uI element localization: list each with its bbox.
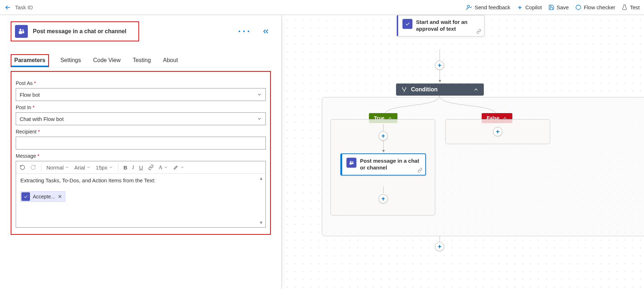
bold-button[interactable]: B [123, 164, 127, 171]
svg-rect-8 [350, 162, 352, 164]
tab-testing[interactable]: Testing [132, 54, 152, 67]
link-icon [476, 29, 481, 34]
action-title: Post message in a chat or channel [33, 28, 126, 35]
post-in-label: Post In * [16, 105, 266, 110]
top-bar: Task ID Send feedback Copilot Save Flow … [0, 0, 644, 15]
chevron-up-icon[interactable] [473, 87, 479, 92]
redo-icon [30, 164, 36, 170]
approval-card[interactable]: Start and wait for an approval of text [397, 15, 485, 36]
flow-checker-icon [575, 4, 582, 11]
approval-token-icon [21, 192, 30, 201]
teams-icon [346, 158, 356, 168]
svg-point-6 [350, 161, 351, 162]
breadcrumb: Task ID [15, 4, 33, 10]
back-button[interactable] [4, 4, 11, 11]
chevron-down-icon [86, 165, 91, 169]
parameters-form: Post As * Flow bot Post In * Chat with F… [11, 71, 271, 235]
test-label: Test [630, 4, 640, 10]
send-feedback-button[interactable]: Send feedback [466, 4, 510, 11]
post-as-label: Post As * [16, 80, 266, 86]
recipient-label: Recipient * [16, 129, 266, 135]
chevron-down-icon [164, 165, 168, 169]
recipient-input[interactable] [16, 137, 266, 149]
add-step-button[interactable]: + [435, 61, 444, 70]
style-dropdown[interactable]: Normal [46, 164, 69, 171]
condition-icon [401, 86, 407, 93]
message-text-line: Extracting Tasks, To-Dos, and Action Ite… [20, 177, 261, 183]
add-step-after-post-button[interactable]: + [379, 194, 388, 203]
scroll-up-icon[interactable]: ▲ [259, 176, 263, 181]
link-button[interactable] [148, 164, 154, 170]
post-in-dropdown[interactable]: Chat with Flow bot [16, 112, 266, 125]
post-message-card-title: Post message in a chat or channel [360, 158, 421, 171]
message-label: Message * [16, 153, 266, 159]
feedback-icon [466, 4, 472, 11]
font-dropdown[interactable]: Arial [74, 164, 91, 171]
link-icon [417, 168, 422, 173]
tab-parameters[interactable]: Parameters [11, 54, 49, 67]
svg-point-2 [20, 29, 22, 31]
arrow-left-icon [4, 4, 11, 11]
condition-title: Condition [411, 86, 438, 93]
textcolor-button[interactable]: A [159, 164, 168, 171]
action-config-panel: Post message in a chat or channel • • • … [0, 15, 282, 289]
dynamic-content-token[interactable]: Accepte... ✕ [20, 191, 65, 202]
chevron-down-icon [257, 92, 262, 97]
config-tabs: Parameters Settings Code View Testing Ab… [11, 54, 271, 67]
token-remove-button[interactable]: ✕ [58, 194, 62, 199]
post-as-value: Flow bot [20, 92, 40, 98]
approval-icon [402, 19, 412, 29]
undo-button[interactable] [20, 164, 25, 170]
send-feedback-label: Send feedback [475, 4, 510, 10]
add-step-true-button[interactable]: + [379, 131, 388, 141]
highlight-button[interactable] [173, 164, 184, 170]
test-icon [622, 4, 628, 10]
post-as-dropdown[interactable]: Flow bot [16, 88, 266, 101]
add-step-false-button[interactable]: + [493, 127, 502, 136]
svg-point-7 [352, 161, 353, 162]
save-icon [548, 4, 554, 10]
save-button[interactable]: Save [548, 4, 569, 10]
condition-card[interactable]: Condition [396, 83, 484, 96]
link-icon [148, 164, 154, 170]
svg-rect-4 [19, 31, 22, 34]
post-in-value: Chat with Flow bot [20, 116, 64, 122]
svg-point-0 [467, 5, 470, 7]
tab-about[interactable]: About [162, 54, 179, 67]
underline-button[interactable]: U [139, 164, 143, 171]
undo-icon [20, 164, 25, 170]
post-message-card[interactable]: Post message in a chat or channel [340, 153, 426, 176]
italic-button[interactable]: I [132, 164, 134, 171]
copilot-label: Copilot [525, 4, 542, 10]
save-label: Save [557, 4, 569, 10]
message-textarea[interactable]: Extracting Tasks, To-Dos, and Action Ite… [16, 174, 265, 227]
editor-toolbar: Normal Arial 15px B I U [16, 161, 265, 174]
svg-rect-9 [352, 162, 354, 164]
test-button[interactable]: Test [622, 4, 640, 10]
flow-checker-button[interactable]: Flow checker [575, 4, 615, 11]
token-label: Accepte... [33, 194, 55, 199]
tab-settings[interactable]: Settings [60, 54, 82, 67]
tab-code-view[interactable]: Code View [92, 54, 121, 67]
chevron-down-icon [65, 165, 69, 169]
svg-point-3 [22, 29, 24, 31]
collapse-panel-button[interactable] [262, 29, 269, 34]
chevron-down-icon [109, 165, 113, 169]
chevron-down-icon [257, 116, 262, 121]
flow-canvas[interactable]: Start and wait for an approval of text +… [282, 15, 644, 289]
flow-checker-label: Flow checker [584, 4, 615, 10]
svg-rect-5 [22, 31, 24, 33]
copilot-icon [517, 4, 523, 11]
approval-card-title: Start and wait for an approval of text [416, 19, 480, 32]
add-step-after-condition-button[interactable]: + [435, 242, 444, 251]
redo-button[interactable] [30, 164, 36, 170]
fontsize-dropdown[interactable]: 15px [96, 164, 113, 171]
teams-icon [15, 25, 28, 38]
action-title-bar[interactable]: Post message in a chat or channel [11, 21, 139, 41]
message-editor: Normal Arial 15px B I U [16, 161, 266, 228]
scroll-down-icon[interactable]: ▼ [259, 220, 263, 225]
chevron-down-icon [180, 165, 184, 169]
highlight-icon [173, 164, 179, 170]
copilot-button[interactable]: Copilot [517, 4, 542, 11]
action-more-button[interactable]: • • • [239, 29, 250, 34]
